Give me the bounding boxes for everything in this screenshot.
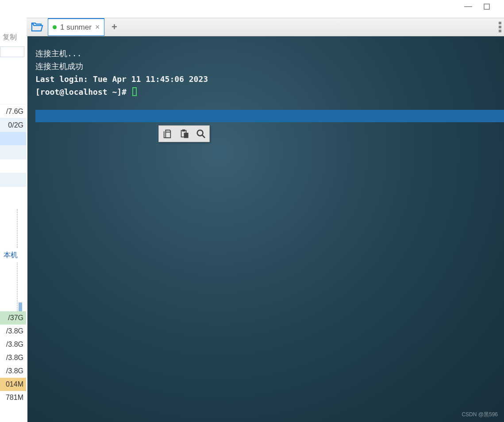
- stat-item: [0, 159, 26, 173]
- sidebar: 复制 /7.6G 0/2G 本机 /37G /3.8G /3.8G /3.8G …: [0, 31, 26, 421]
- open-folder-button[interactable]: [27, 18, 48, 36]
- svg-rect-0: [165, 132, 170, 138]
- stat-item: [0, 173, 26, 186]
- search-button[interactable]: [192, 126, 209, 142]
- add-tab-button[interactable]: +: [104, 18, 124, 36]
- tab-session[interactable]: 1 sunmer ×: [48, 18, 104, 36]
- chart-bar-icon: [19, 302, 22, 311]
- close-tab-icon[interactable]: ×: [95, 23, 100, 32]
- stat-item: /3.8G: [0, 351, 26, 364]
- cursor-icon: [132, 87, 137, 96]
- stat-item: /3.8G: [0, 338, 26, 351]
- stat-item: /3.8G: [0, 364, 26, 378]
- sidebar-copy-label: 复制: [0, 31, 26, 44]
- terminal-line: 连接主机...: [35, 47, 496, 60]
- stat-item: /3.8G: [0, 325, 26, 338]
- terminal-line: Last login: Tue Apr 11 11:45:06 2023: [35, 73, 496, 85]
- svg-rect-2: [182, 130, 185, 132]
- tabbar: 1 sunmer × +: [27, 18, 504, 36]
- stat-item: /7.6G: [0, 104, 26, 118]
- stat-item: 781M: [0, 391, 26, 404]
- terminal-line: 连接主机成功: [35, 60, 496, 73]
- window-minimize-icon[interactable]: [464, 6, 472, 7]
- terminal-prompt: [root@localhost ~]#: [35, 85, 496, 98]
- watermark: CSDN @黑596: [462, 411, 498, 418]
- sidebar-input-box[interactable]: [0, 46, 24, 57]
- copy-button[interactable]: [159, 126, 176, 142]
- context-toolbar: [158, 125, 210, 142]
- sidebar-chart: [17, 209, 26, 248]
- stat-item: /37G: [0, 311, 26, 325]
- stat-item: 0/2G: [0, 118, 26, 132]
- menu-icon[interactable]: [499, 22, 501, 32]
- window-maximize-icon[interactable]: [484, 4, 490, 10]
- sidebar-host-label[interactable]: 本机: [0, 248, 26, 263]
- svg-rect-3: [184, 133, 188, 138]
- paste-button[interactable]: [176, 126, 192, 142]
- status-dot-icon: [53, 25, 57, 29]
- svg-point-4: [197, 130, 203, 136]
- svg-line-5: [202, 135, 205, 138]
- stat-item: [0, 186, 26, 200]
- sidebar-chart: [17, 263, 26, 311]
- stat-item: [0, 145, 26, 159]
- tab-label: 1 sunmer: [60, 23, 92, 32]
- selection-highlight: [35, 110, 504, 122]
- stat-item-selected[interactable]: [0, 132, 26, 145]
- stat-item: 014M: [0, 378, 26, 391]
- terminal[interactable]: 连接主机... 连接主机成功 Last login: Tue Apr 11 11…: [27, 36, 504, 422]
